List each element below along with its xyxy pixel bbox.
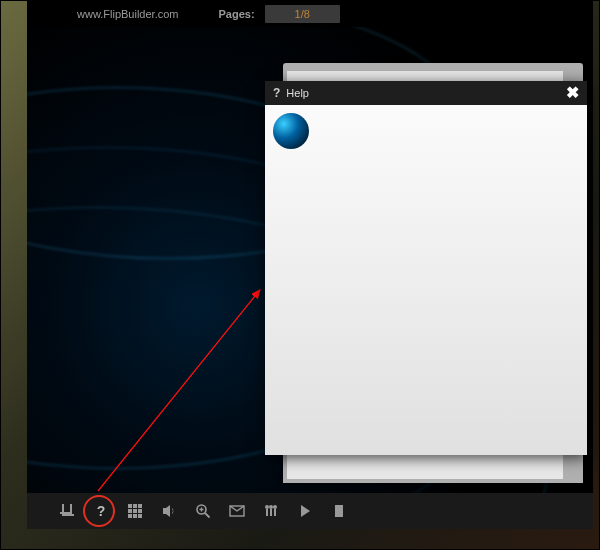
share-icon[interactable] xyxy=(261,501,281,521)
top-bar: www.FlipBuilder.com Pages: 1/8 xyxy=(27,1,593,27)
page-icon[interactable] xyxy=(329,501,349,521)
svg-text:?: ? xyxy=(97,503,106,519)
svg-line-12 xyxy=(205,513,210,518)
svg-point-16 xyxy=(265,505,269,509)
play-icon[interactable] xyxy=(295,501,315,521)
bottom-toolbar: ? xyxy=(27,493,593,529)
svg-rect-9 xyxy=(133,514,137,518)
zoom-icon[interactable] xyxy=(193,501,213,521)
thumbnails-icon[interactable] xyxy=(125,501,145,521)
help-title-icon: ? xyxy=(273,86,280,100)
page-counter[interactable]: 1/8 xyxy=(265,5,340,23)
svg-rect-7 xyxy=(138,509,142,513)
help-thumbnail[interactable] xyxy=(273,113,309,149)
help-dialog-title: Help xyxy=(286,87,309,99)
svg-rect-21 xyxy=(274,509,276,516)
svg-point-18 xyxy=(273,505,277,509)
help-dialog: ? Help ✖ xyxy=(265,81,587,455)
help-icon[interactable]: ? xyxy=(91,501,111,521)
close-icon[interactable]: ✖ xyxy=(566,85,579,101)
flipbook-app: www.FlipBuilder.com Pages: 1/8 xyxy=(27,1,593,529)
pages-label: Pages: xyxy=(218,8,254,20)
help-dialog-body xyxy=(265,105,587,455)
svg-rect-2 xyxy=(128,504,132,508)
svg-rect-8 xyxy=(128,514,132,518)
svg-rect-20 xyxy=(270,509,272,516)
screenshot-frame: www.FlipBuilder.com Pages: 1/8 xyxy=(0,0,600,550)
svg-rect-6 xyxy=(133,509,137,513)
svg-point-17 xyxy=(269,505,273,509)
site-url: www.FlipBuilder.com xyxy=(77,8,178,20)
svg-rect-10 xyxy=(138,514,142,518)
help-dialog-titlebar[interactable]: ? Help ✖ xyxy=(265,81,587,105)
svg-rect-4 xyxy=(138,504,142,508)
svg-rect-22 xyxy=(335,505,343,517)
sound-icon[interactable] xyxy=(159,501,179,521)
svg-rect-5 xyxy=(128,509,132,513)
svg-rect-19 xyxy=(266,509,268,516)
svg-rect-3 xyxy=(133,504,137,508)
mail-icon[interactable] xyxy=(227,501,247,521)
crop-icon[interactable] xyxy=(57,501,77,521)
